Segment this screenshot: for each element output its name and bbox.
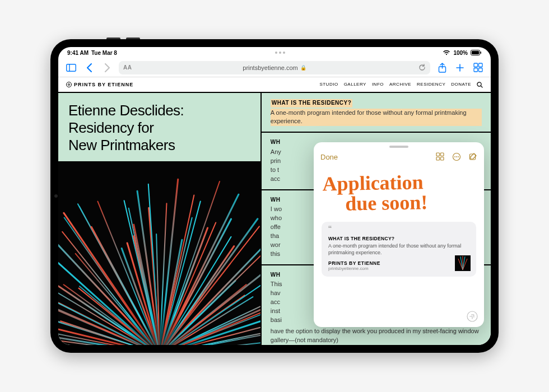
forward-button [101, 62, 113, 74]
logo-icon [66, 82, 72, 87]
svg-point-17 [454, 156, 455, 157]
status-bar: 9:41 AM Tue Mar 8 100% [58, 47, 491, 58]
svg-rect-8 [474, 68, 478, 72]
ipad-device-frame: 9:41 AM Tue Mar 8 100% [50, 39, 499, 353]
quick-note-toolbar: Done [314, 148, 484, 166]
link-title: WHAT IS THE RESIDENCY? [328, 236, 469, 241]
article-headline: Etienne Desclides: Residency for New Pri… [58, 93, 260, 161]
sidebar-icon[interactable] [65, 62, 77, 74]
svg-rect-12 [436, 153, 440, 156]
volume-buttons [106, 38, 140, 39]
status-time: 9:41 AM [67, 50, 89, 56]
battery-percent: 100% [453, 50, 468, 56]
faq-answer-tail: have the option to display the work you … [271, 327, 482, 345]
multitask-dots[interactable] [275, 52, 285, 54]
quick-note-body[interactable]: Application due soon! “ WHAT IS THE RESI… [314, 166, 484, 327]
expand-icon[interactable] [466, 310, 478, 323]
site-brand: PRINTS BY ETIENNE [74, 82, 133, 87]
svg-point-18 [456, 156, 457, 157]
link-domain: printsbyetienne.com [328, 266, 469, 271]
faq-question: WHAT IS THE RESIDENCY? [271, 99, 352, 108]
nav-donate[interactable]: DONATE [451, 82, 471, 88]
link-description: A one-month program intended for those w… [328, 243, 469, 256]
handwritten-note: Application due soon! [321, 169, 476, 221]
svg-rect-14 [436, 157, 440, 161]
svg-rect-7 [478, 63, 482, 67]
site-nav: STUDIO GALLERY INFO ARCHIVE RESIDENCY DO… [319, 82, 483, 88]
svg-line-11 [481, 86, 482, 87]
back-button[interactable] [83, 62, 95, 74]
quick-note-panel[interactable]: Done Application due soon! [314, 142, 484, 327]
more-icon[interactable] [452, 152, 461, 161]
svg-rect-15 [441, 157, 444, 161]
nav-archive[interactable]: ARCHIVE [389, 82, 411, 88]
nav-residency[interactable]: RESIDENCY [417, 82, 445, 88]
front-camera [54, 194, 58, 198]
search-icon[interactable] [477, 82, 483, 88]
artwork-image [58, 161, 260, 345]
done-button[interactable]: Done [320, 153, 338, 161]
status-date: Tue Mar 8 [91, 50, 117, 56]
grid-icon[interactable] [436, 152, 444, 161]
nav-studio[interactable]: STUDIO [319, 82, 338, 88]
wifi-icon [443, 50, 450, 55]
svg-point-19 [458, 156, 459, 157]
compose-icon[interactable] [469, 152, 477, 161]
url-text: printsbyetienne.com [243, 64, 297, 71]
link-source: PRINTS BY ETIENNE [328, 260, 469, 266]
lock-icon: 🔒 [300, 65, 306, 71]
reload-icon[interactable] [418, 64, 426, 71]
new-tab-icon[interactable] [454, 62, 466, 74]
svg-rect-3 [67, 64, 76, 71]
nav-info[interactable]: INFO [372, 82, 384, 88]
site-header: PRINTS BY ETIENNE STUDIO GALLERY INFO AR… [58, 77, 491, 93]
link-preview-card[interactable]: “ WHAT IS THE RESIDENCY? A one-month pro… [322, 222, 476, 277]
svg-rect-13 [441, 153, 444, 156]
faq-block-1: WHAT IS THE RESIDENCY? A one-month progr… [262, 93, 491, 133]
text-size-button[interactable]: AA [123, 64, 132, 71]
nav-gallery[interactable]: GALLERY [344, 82, 366, 88]
battery-icon [471, 50, 482, 55]
ipad-screen: 9:41 AM Tue Mar 8 100% [58, 47, 491, 345]
article-left-column: Etienne Desclides: Residency for New Pri… [58, 93, 262, 345]
url-bar[interactable]: AA printsbyetienne.com 🔒 [119, 61, 430, 74]
svg-rect-2 [481, 52, 482, 54]
svg-rect-1 [472, 51, 479, 54]
quote-icon: “ [328, 227, 469, 232]
faq-answer: A one-month program intended for those w… [271, 109, 482, 127]
handwriting-line2: due soon! [323, 192, 476, 214]
svg-rect-9 [478, 68, 482, 72]
link-thumbnail [455, 255, 471, 271]
share-icon[interactable] [436, 62, 448, 74]
site-logo[interactable]: PRINTS BY ETIENNE [66, 82, 133, 87]
safari-toolbar: AA printsbyetienne.com 🔒 [58, 58, 491, 77]
tabs-icon[interactable] [472, 62, 484, 74]
svg-rect-6 [474, 63, 478, 67]
